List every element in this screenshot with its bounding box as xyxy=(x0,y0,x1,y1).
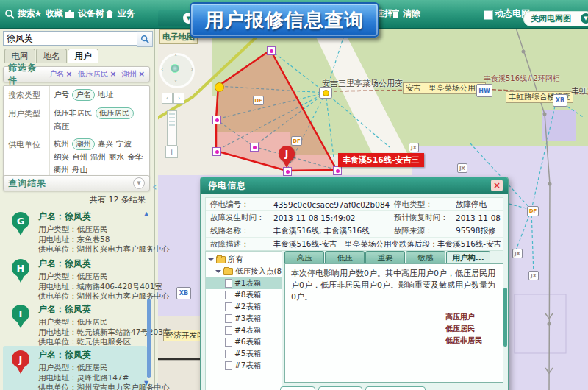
toolbar-clear[interactable]: 清除 xyxy=(392,7,420,20)
filter-option[interactable]: 嘉兴 xyxy=(98,139,113,149)
zoom-slider[interactable] xyxy=(167,110,177,146)
xb-station-icon[interactable]: XB xyxy=(553,94,567,107)
list-scrollbar[interactable] xyxy=(147,299,151,378)
tab-important[interactable]: 重要 xyxy=(365,251,405,264)
tab-low-voltage[interactable]: 低压 xyxy=(325,251,365,264)
filter-chip[interactable]: 低压居民× xyxy=(77,69,116,79)
filter-option[interactable]: 宁波 xyxy=(116,139,132,149)
dialog-bottom-button[interactable] xyxy=(318,386,362,390)
polygon-vertex-marker[interactable] xyxy=(250,143,259,152)
filter-option[interactable]: 丽水 xyxy=(109,152,124,163)
chip-close-icon[interactable]: × xyxy=(138,69,145,78)
tree-node-meterbox[interactable]: #3表箱 xyxy=(206,313,282,325)
zoom-in-button[interactable]: + xyxy=(165,146,178,158)
search-input[interactable] xyxy=(3,31,140,46)
dialog-bottom-button[interactable] xyxy=(280,386,315,390)
results-header[interactable]: 查询结果 ▼ xyxy=(3,175,150,191)
filter-option[interactable]: 金华 xyxy=(127,152,143,163)
filter-option[interactable]: 绍兴 xyxy=(54,152,69,163)
xb-station-icon[interactable]: XB xyxy=(176,287,191,299)
chip-close-icon[interactable]: × xyxy=(110,69,116,78)
search-go-button[interactable] xyxy=(137,31,153,47)
filter-header[interactable]: 筛选条件 户名× 低压居民× 湖州× xyxy=(3,66,150,82)
pan-left-icon[interactable]: ‹ xyxy=(161,66,163,73)
map-pan-control[interactable]: ˄ ‹ › ˅ xyxy=(159,53,195,88)
tree-node-meterbox[interactable]: #1表箱 xyxy=(206,277,282,289)
tree-expander-icon[interactable] xyxy=(215,270,221,276)
tab-high-voltage[interactable]: 高压 xyxy=(284,251,324,264)
history-back-button[interactable]: ‹ xyxy=(162,93,173,104)
filter-option-selected[interactable]: 低压居民 xyxy=(96,107,134,119)
close-grid-button[interactable]: 关闭电网图 ▼ xyxy=(523,11,588,26)
pan-right-icon[interactable]: › xyxy=(191,66,193,73)
filter-option[interactable]: 杭州 xyxy=(54,139,69,149)
result-item[interactable]: G 户名：徐凤英 用户类型：低压居民 用电地址：东鱼巷58 供电单位：湖州长兴电… xyxy=(3,208,147,253)
filter-option[interactable]: 台州 xyxy=(72,152,87,163)
substation-icon[interactable] xyxy=(319,87,332,99)
filter-option[interactable]: 低压非居民 xyxy=(54,108,93,118)
jx-device-icon[interactable]: JX xyxy=(409,143,419,152)
tree-node-group[interactable]: 低压接入点(8) xyxy=(206,266,282,277)
filter-chip[interactable]: 户名× xyxy=(49,69,73,79)
filter-option-selected[interactable]: 湖州 xyxy=(72,138,95,150)
tab-grid[interactable]: 电网 xyxy=(4,49,35,63)
filter-option[interactable]: 衢州 xyxy=(54,165,69,175)
field-label: 故障描述： xyxy=(206,239,273,249)
sidebar-collapse-handle[interactable]: ‹ xyxy=(152,180,157,194)
df-device-icon[interactable]: DF xyxy=(291,136,302,146)
map-label-market-boxed[interactable]: 安吉三里亭菜场公用变 xyxy=(403,82,486,94)
filter-option-selected[interactable]: 户名 xyxy=(72,89,95,101)
result-item[interactable]: I 户名：徐凤英 用户类型：低压居民 用电地址：乾元镇新车站路47号203室 供… xyxy=(3,300,147,344)
dialog-close-button[interactable]: × xyxy=(491,180,503,191)
tree-node-root[interactable]: 所有 xyxy=(206,254,282,266)
df-device-icon[interactable]: DF xyxy=(253,96,264,105)
dialog-titlebar[interactable]: 停电信息 xyxy=(201,177,508,194)
history-forward-button[interactable]: › xyxy=(173,93,184,104)
tree-node-meterbox[interactable]: #7表箱 xyxy=(206,360,282,372)
filter-option[interactable]: 舟山 xyxy=(72,165,87,175)
dialog-bottom-button[interactable] xyxy=(365,386,426,390)
toolbar-device-tree[interactable]: 设备树 xyxy=(65,7,104,20)
tree-node-meterbox[interactable]: #8表箱 xyxy=(206,289,282,301)
filter-option[interactable]: 温州 xyxy=(90,152,106,163)
tree-node-meterbox[interactable]: #5表箱 xyxy=(206,348,282,360)
polygon-vertex-marker[interactable] xyxy=(267,46,276,55)
result-item-selected[interactable]: J 户名：徐凤英 用户类型：低压居民 用电地址：灵峰北路147# 供电单位：湖州… xyxy=(3,346,147,390)
chip-close-icon[interactable]: × xyxy=(66,69,73,78)
toolbar-business[interactable]: 业务 xyxy=(104,7,135,20)
tree-expander-icon[interactable] xyxy=(208,258,214,264)
df-device-icon[interactable]: DF xyxy=(527,206,539,216)
filter-row-label: 用户类型 xyxy=(4,104,50,135)
tree-node-meterbox[interactable]: #6表箱 xyxy=(206,336,282,348)
polygon-vertex-marker[interactable] xyxy=(212,116,221,124)
dynamic-grid-checkbox[interactable] xyxy=(484,10,493,20)
tab-user[interactable]: 用户 xyxy=(68,49,98,63)
filter-option[interactable]: 高压 xyxy=(54,121,69,132)
toolbar-search[interactable]: 搜索 xyxy=(4,7,35,20)
tab-place[interactable]: 地名 xyxy=(36,49,67,63)
jx-device-icon[interactable]: JX xyxy=(457,163,467,173)
list-scroll-down-icon[interactable]: ▼ xyxy=(144,380,148,386)
list-scroll-up-icon[interactable]: ▲ xyxy=(144,210,148,217)
polygon-vertex-marker[interactable] xyxy=(333,166,342,175)
result-item[interactable]: H 户名：徐凤英 用户类型：低压居民 用电地址：城南路406-428号401室 … xyxy=(3,255,147,300)
filter-option[interactable]: 户号 xyxy=(54,90,69,100)
map-result-pin-j[interactable]: J xyxy=(279,146,295,162)
tree-node-meterbox[interactable]: #4表箱 xyxy=(206,325,282,336)
filter-chip[interactable]: 湖州× xyxy=(121,69,145,79)
filter-option[interactable]: 地址 xyxy=(98,90,113,100)
jx-device-icon[interactable]: JX xyxy=(528,271,539,280)
dialog-scrollbar[interactable] xyxy=(503,288,507,347)
hw-station-icon[interactable]: HW xyxy=(476,84,492,97)
tree-node-meterbox[interactable]: #2表箱 xyxy=(206,301,282,313)
yellow-vertex-marker[interactable] xyxy=(215,82,224,92)
outage-line-callout[interactable]: 丰食溪516线-安吉三 xyxy=(338,153,424,167)
toolbar-favorites[interactable]: ★ 收藏 xyxy=(34,7,63,20)
tab-sensitive[interactable]: 敏感 xyxy=(406,251,445,264)
collapse-results-icon[interactable]: ▼ xyxy=(133,177,145,189)
jx-device-icon[interactable]: JX xyxy=(512,249,523,258)
polygon-vertex-marker[interactable] xyxy=(212,147,221,156)
pan-down-icon[interactable]: ˅ xyxy=(174,80,177,87)
pan-up-icon[interactable]: ˄ xyxy=(174,54,177,61)
tab-user-composition[interactable]: 用户构... xyxy=(446,251,490,264)
